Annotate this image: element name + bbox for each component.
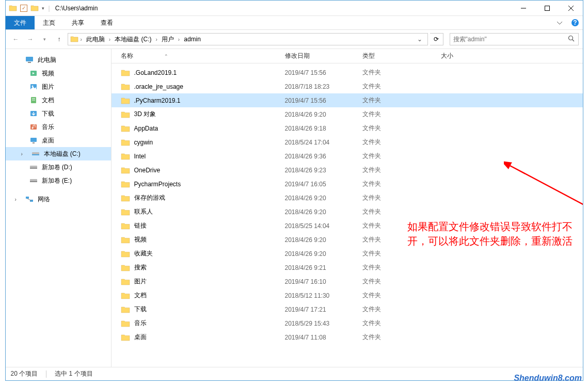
sidebar-item-drive[interactable]: 新加卷 (D:) [6, 160, 111, 174]
expand-icon[interactable]: › [21, 151, 27, 157]
ribbon-tab-share[interactable]: 共享 [63, 16, 92, 29]
ribbon-tab-home[interactable]: 主页 [35, 16, 63, 29]
chevron-right-icon[interactable]: › [155, 37, 158, 42]
file-row[interactable]: .oracle_jre_usage2018/7/18 18:23文件夹 [112, 79, 583, 93]
svg-rect-20 [30, 138, 37, 142]
sidebar-item[interactable]: 视频 [6, 67, 111, 80]
folder-icon [121, 181, 130, 188]
sidebar-item-network[interactable]: › 网络 [6, 192, 111, 206]
file-row[interactable]: 联系人2018/4/26 9:20文件夹 [112, 205, 583, 219]
folder-icon [121, 334, 130, 341]
folder-icon [121, 167, 130, 174]
file-name: 联系人 [134, 207, 153, 216]
file-row[interactable]: 收藏夹2018/4/26 9:20文件夹 [112, 247, 583, 261]
file-row[interactable]: cygwin2018/5/24 17:04文件夹 [112, 135, 583, 149]
qat-dropdown-icon[interactable]: ▾ [42, 6, 44, 11]
file-date: 2018/5/12 11:30 [285, 292, 362, 299]
picture-icon [29, 83, 38, 91]
sidebar-item[interactable]: 图片 [6, 80, 111, 93]
file-row[interactable]: 3D 对象2018/4/26 9:20文件夹 [112, 107, 583, 121]
separator: | [47, 5, 51, 12]
maximize-button[interactable] [535, 1, 559, 16]
minimize-button[interactable] [512, 1, 535, 16]
file-row[interactable]: 搜索2018/4/26 9:21文件夹 [112, 261, 583, 275]
sidebar-item-drive[interactable]: 新加卷 (E:) [6, 174, 111, 187]
breadcrumb-users[interactable]: 用户 [160, 34, 176, 45]
desktop-icon [29, 136, 38, 144]
window-title: C:\Users\admin [51, 5, 98, 12]
breadcrumb-thispc[interactable]: 此电脑 [84, 34, 107, 45]
document-icon [29, 96, 38, 104]
folder-icon [121, 69, 130, 76]
address-box[interactable]: › 此电脑 › 本地磁盘 (C:) › 用户 › admin ⌄ [68, 33, 428, 45]
chevron-right-icon[interactable]: › [108, 37, 112, 42]
folder-icon [121, 236, 130, 244]
file-row[interactable]: .GoLand2019.12019/4/7 15:56文件夹 [112, 66, 583, 79]
file-row[interactable]: 文档2018/5/12 11:30文件夹 [112, 288, 583, 302]
folder-icon [121, 320, 130, 327]
file-row[interactable]: 链接2018/5/25 14:04文件夹 [112, 219, 583, 233]
file-row[interactable]: 图片2019/4/7 16:10文件夹 [112, 275, 583, 288]
nav-up-button[interactable]: ↑ [53, 33, 66, 45]
refresh-button[interactable]: ⟳ [430, 33, 443, 45]
file-name: 视频 [134, 235, 147, 244]
ribbon-tab-view[interactable]: 查看 [92, 16, 121, 29]
file-name: 桌面 [134, 333, 147, 342]
file-row[interactable]: PycharmProjects2019/4/7 16:05文件夹 [112, 177, 583, 191]
file-row[interactable]: .PyCharm2019.12019/4/7 15:56文件夹 [112, 93, 583, 107]
file-date: 2019/4/7 16:05 [285, 181, 362, 188]
ribbon-file-tab[interactable]: 文件 [6, 16, 35, 29]
sidebar-item-drive[interactable]: ›本地磁盘 (C:) [6, 147, 111, 160]
expand-icon[interactable]: › [15, 197, 21, 202]
ribbon-expand-button[interactable] [552, 16, 567, 29]
file-row[interactable]: OneDrive2018/4/26 9:23文件夹 [112, 163, 583, 177]
chevron-right-icon[interactable]: › [80, 37, 83, 42]
chevron-right-icon[interactable]: › [177, 37, 181, 42]
sidebar-item[interactable]: 音乐 [6, 120, 111, 134]
file-row[interactable]: AppData2018/4/26 9:18文件夹 [112, 121, 583, 135]
nav-forward-button[interactable]: → [24, 33, 37, 45]
folder-icon [9, 4, 17, 12]
column-header-size[interactable]: 大小 [441, 52, 492, 60]
breadcrumb-drive[interactable]: 本地磁盘 (C:) [113, 34, 153, 45]
column-header-type[interactable]: 类型 [362, 52, 441, 60]
search-box[interactable] [450, 33, 579, 45]
close-button[interactable] [559, 1, 583, 16]
breadcrumb-admin[interactable]: admin [182, 35, 203, 44]
file-row[interactable]: 下载2019/4/7 17:21文件夹 [112, 302, 583, 316]
file-type: 文件夹 [362, 207, 441, 216]
sidebar-item-label: 此电脑 [38, 56, 56, 64]
file-row[interactable]: Intel2018/4/26 9:36文件夹 [112, 149, 583, 163]
help-button[interactable]: ? [567, 16, 583, 29]
thispc-icon [25, 56, 34, 64]
column-header-date[interactable]: 修改日期 [285, 52, 362, 60]
folder-small-icon [30, 4, 39, 12]
qat-checkbox-icon[interactable]: ✓ [20, 5, 27, 12]
file-type: 文件夹 [362, 124, 441, 133]
file-date: 2019/4/7 15:56 [285, 69, 362, 76]
folder-icon [121, 306, 130, 313]
file-row[interactable]: 桌面2019/4/7 11:08文件夹 [112, 330, 583, 344]
file-date: 2018/4/26 9:23 [285, 167, 362, 174]
nav-back-button[interactable]: ← [10, 33, 22, 45]
search-input[interactable] [453, 36, 568, 43]
nav-recent-dropdown[interactable]: ▾ [39, 33, 51, 45]
sidebar-item[interactable]: 桌面 [6, 134, 111, 147]
column-header-name[interactable]: 名称⌃ [121, 52, 285, 60]
sidebar-item[interactable]: 下载 [6, 107, 111, 120]
file-date: 2018/5/29 15:43 [285, 320, 362, 327]
sidebar-item-label: 本地磁盘 (C:) [44, 150, 81, 158]
search-icon[interactable] [568, 35, 575, 44]
sidebar-item[interactable]: 文档 [6, 93, 111, 107]
file-row[interactable]: 保存的游戏2018/4/26 9:20文件夹 [112, 191, 583, 205]
file-row[interactable]: 视频2018/4/26 9:20文件夹 [112, 233, 583, 247]
address-dropdown-button[interactable]: ⌄ [414, 36, 425, 43]
svg-line-7 [572, 39, 574, 41]
content-pane: 名称⌃ 修改日期 类型 大小 .GoLand2019.12019/4/7 15:… [112, 49, 583, 367]
file-list[interactable]: .GoLand2019.12019/4/7 15:56文件夹.oracle_jr… [112, 63, 583, 367]
sidebar-item-thispc[interactable]: 此电脑 [6, 53, 111, 67]
folder-icon [121, 125, 130, 132]
file-date: 2018/4/26 9:18 [285, 125, 362, 132]
file-type: 文件夹 [362, 180, 441, 188]
file-row[interactable]: 音乐2018/5/29 15:43文件夹 [112, 316, 583, 330]
